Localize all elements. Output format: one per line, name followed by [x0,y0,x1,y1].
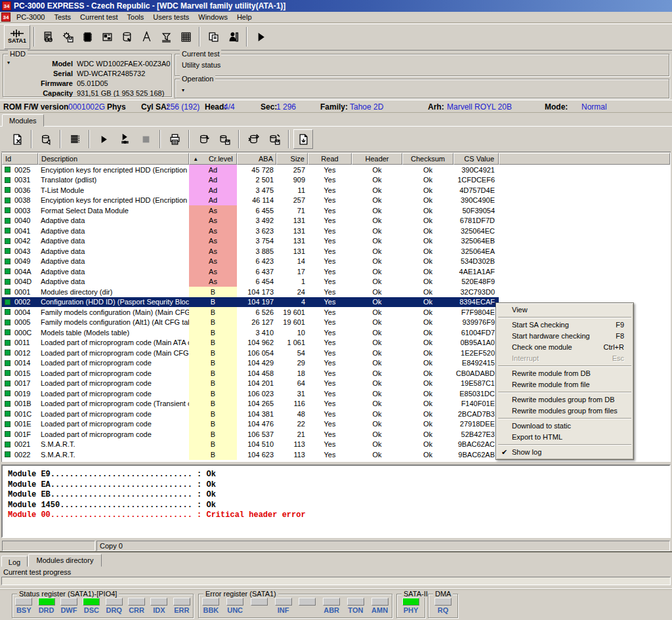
menu-item-help[interactable]: Help [232,12,257,22]
table-row[interactable]: 0019Loaded part of microprogram codeB106… [2,388,499,399]
module-read-db-button[interactable] [194,129,213,149]
menu-item-tools[interactable]: Tools [123,12,149,22]
tab-modules-directory[interactable]: Modules directory [28,554,102,567]
table-row[interactable]: 0042Adaptive dataAs3 754131YesOkOk325064… [2,236,499,247]
table-row[interactable]: 0017Loaded part of microprogram codeB104… [2,379,499,389]
table-row[interactable]: 0022S.M.A.R.T.B104 623113YesOkOk9BAC62AB [2,449,499,460]
table-row[interactable]: 0041Adaptive dataAs3 623131YesOkOk325064… [2,226,499,236]
context-menu-item-show-log[interactable]: ✔Show log [497,447,633,458]
menu-item-windows[interactable]: Windows [194,12,232,22]
table-row[interactable]: 0036T-List ModuleAd3 47511YesOkOk4D757D4… [2,185,499,196]
hdd-panel-title: HDD [8,50,28,58]
table-row[interactable]: 0012Loaded part of microprogram code (Ma… [2,348,499,358]
run-arrow-button[interactable] [251,27,270,47]
context-menu-item-view[interactable]: View [497,304,633,316]
menu-item-current-test[interactable]: Current test [75,12,122,22]
table-row[interactable]: 001ELoaded part of microprogram codeB104… [2,419,499,430]
column-header-checksum[interactable]: Checksum [402,153,453,165]
user-log-button[interactable] [223,27,243,47]
chip-button[interactable] [77,27,97,47]
context-menu-item-rewrite-modules-group-from-db[interactable]: Rewrite modules group from DB [497,394,633,405]
table-row[interactable]: 0025Encyiption keys for encripted HDD (E… [2,165,499,175]
table-row[interactable]: 0004Family models configuration (Main) (… [2,307,499,318]
list-button[interactable] [65,129,85,149]
operation-dropdown-arrow[interactable]: ▾ [182,87,184,93]
context-menu-item-rewrite-module-from-file[interactable]: Rewrite module from file [497,379,633,390]
cell-header [352,460,402,463]
grid-button[interactable] [176,27,196,47]
table-row[interactable]: 0003Format Select Data ModuleAs6 45571Ye… [2,205,499,216]
menu-separator [498,365,631,367]
context-menu-item-check-one-module[interactable]: Check one moduleCtrl+R [497,342,633,353]
stop-button[interactable] [136,129,156,149]
column-header-cr-level[interactable]: ▲Cr.level [189,153,237,165]
filter-button[interactable] [156,27,176,47]
export-html-button[interactable] [293,129,313,149]
table-row[interactable]: 001FLoaded part of microprogram codeB106… [2,429,499,440]
database-button[interactable] [117,27,136,47]
table-row[interactable]: 004DAdaptive dataAs6 4541YesOkOk520E48F9 [2,277,499,287]
module-status-icon [5,197,10,203]
close-module-button[interactable] [7,129,27,149]
table-row[interactable]: 0015Loaded part of microprogram codeB104… [2,368,499,379]
cell-aba: 46 114 [237,196,276,206]
context-menu-item-download-to-static[interactable]: Download to static [497,421,633,432]
print-button[interactable] [165,129,184,149]
tab-log[interactable]: Log [1,556,28,567]
sata1-port-button[interactable]: SATA1 [4,25,30,49]
register-cell: CRR [125,598,148,614]
cell-header: Ok [352,388,402,399]
context-menu-item-start-hardware-checking[interactable]: Start hardware checkingF8 [497,331,633,342]
led-label: ERR [174,607,189,614]
column-header-id[interactable]: Id [2,153,38,165]
start-check-button[interactable] [94,129,114,149]
settings-save-button[interactable] [58,27,77,47]
copy-button[interactable] [203,27,223,47]
group-read-db-button[interactable] [243,129,263,149]
column-header-description[interactable]: Description [38,153,189,165]
measure-tool-button[interactable] [136,27,156,47]
start-options-button[interactable] [115,129,135,149]
info-label-4: Sec: [261,102,277,112]
menu-item-users-tests[interactable]: Users tests [148,12,194,22]
table-row[interactable]: 000CModels table (Models table)B3 41010Y… [2,327,499,338]
table-row[interactable]: 0011Loaded part of microprogram code (Ma… [2,338,499,348]
table-row[interactable]: 0001Modules directory (dir)B104 17324Yes… [2,287,499,297]
group-write-db-button[interactable] [264,129,284,149]
context-menu-item-export-to-html[interactable]: Export to HTML [497,432,633,443]
table-row[interactable]: 0049Adaptive dataAs6 42314YesOkOk534D302… [2,257,499,267]
cell-read: Yes [308,297,352,308]
menu-item-tests[interactable]: Tests [49,12,75,22]
report-search-button[interactable] [38,27,58,47]
table-row[interactable] [2,460,499,463]
cell-description: Adaptive data [38,216,189,226]
context-menu-item-rewrite-module-from-db[interactable]: Rewrite module from DB [497,368,633,379]
table-row[interactable]: 0021S.M.A.R.T.B104 510113YesOkOk9BAC62AC [2,440,499,450]
hdd-fields: ModelWDC WD1002FAEX-00Z3A0SerialWD-WCATR… [3,58,171,98]
module-write-db-button[interactable] [215,129,234,149]
child-window-icon[interactable]: 34 [1,12,10,22]
board-button[interactable] [97,27,117,47]
table-row[interactable]: 0040Adaptive dataAs3 492131YesOkOk6781DF… [2,216,499,226]
column-header-read[interactable]: Read [308,153,352,165]
column-header-aba[interactable]: ABA [237,153,276,165]
menu-item-pc-3000[interactable]: PC-3000 [12,12,49,22]
context-menu-item-rewrite-modules-group-from-files[interactable]: Rewrite modules group from files [497,405,633,417]
table-row[interactable]: 001CLoaded part of microprogram codeB104… [2,409,499,419]
column-header-header[interactable]: Header [352,153,402,165]
table-row[interactable]: 0043Adaptive dataAs3 885131YesOkOk325064… [2,246,499,257]
context-menu-item-start-sa-checking[interactable]: Start SA checkingF9 [497,320,633,331]
table-row[interactable]: 0031Translator (pdlist)Ad2 501909YesOkOk… [2,175,499,186]
table-row[interactable]: 0014Loaded part of microprogram codeB104… [2,358,499,369]
column-header-cs-value[interactable]: CS Value [453,153,499,165]
table-row[interactable]: 0038Encyiption keys for encripted HDD (E… [2,196,499,206]
table-row[interactable]: 0005Family models configuration (Alt1) (… [2,318,499,328]
table-row[interactable]: 001BLoaded part of microprogram code (Tr… [2,399,499,409]
db-export-button[interactable] [36,129,56,149]
title-bar[interactable]: 34 PC-3000 EXPRESS - Czech Republic - [W… [0,0,672,12]
table-row[interactable]: 004AAdaptive dataAs6 43717YesOkOk4AE1A1A… [2,266,499,277]
column-header-size[interactable]: Size [276,153,308,165]
tab-modules[interactable]: Modules [2,114,44,127]
table-row[interactable]: 0002Configuration (HDD ID) (Pasport Sequ… [2,297,499,308]
cell-header: Ok [352,409,402,419]
